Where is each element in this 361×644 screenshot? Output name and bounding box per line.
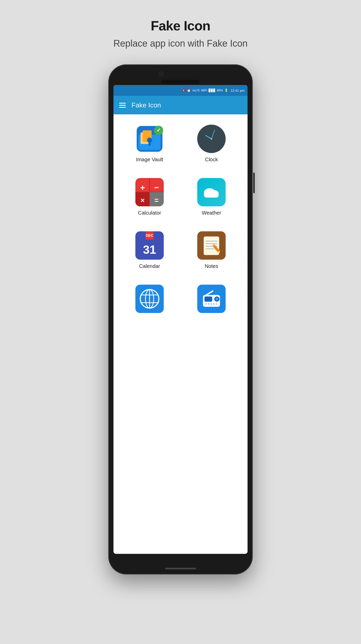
phone-home-bar bbox=[165, 568, 196, 569]
app-bar: Fake Icon bbox=[113, 96, 248, 114]
browser-icon bbox=[138, 287, 161, 310]
clock-hand-minute bbox=[211, 130, 215, 139]
alarm-icon: ⏰ bbox=[187, 89, 191, 92]
svg-text:×: × bbox=[141, 196, 145, 204]
status-bar: 🔇 ⏰ VoLTE WiFi ▊▊▊ 85% 🔋 12:41 pm bbox=[113, 85, 248, 96]
calculator-label: Calculator bbox=[138, 210, 161, 216]
status-icons: 🔇 ⏰ VoLTE WiFi ▊▊▊ 85% 🔋 12:41 pm bbox=[182, 89, 244, 92]
weather-label: Weather bbox=[202, 210, 221, 216]
calculator-icon-wrapper: + − × = bbox=[135, 178, 164, 206]
svg-text:−: − bbox=[154, 183, 159, 192]
image-vault-icon-wrapper: ✓ bbox=[135, 125, 164, 153]
list-item[interactable] bbox=[183, 285, 240, 317]
svg-rect-23 bbox=[204, 236, 219, 255]
svg-point-45 bbox=[213, 303, 215, 305]
battery-percent: 85% bbox=[217, 89, 223, 92]
content-area: ✓ Image Vault Clock bbox=[113, 114, 248, 554]
list-item[interactable]: ✓ Image Vault bbox=[121, 125, 178, 163]
svg-point-42 bbox=[205, 303, 207, 305]
radio-icon bbox=[200, 287, 223, 310]
clock-center-dot bbox=[211, 138, 212, 140]
weather-icon bbox=[200, 181, 223, 204]
list-item[interactable] bbox=[121, 285, 178, 317]
hamburger-line-3 bbox=[119, 107, 126, 108]
calendar-label: Calendar bbox=[139, 263, 160, 269]
svg-point-4 bbox=[147, 138, 152, 143]
svg-point-43 bbox=[208, 303, 209, 305]
clock-face bbox=[197, 125, 226, 153]
page-subtitle: Replace app icon with Fake Icon bbox=[113, 38, 248, 49]
phone-screen: 🔇 ⏰ VoLTE WiFi ▊▊▊ 85% 🔋 12:41 pm Fake I… bbox=[113, 85, 248, 554]
list-item[interactable]: Clock bbox=[183, 125, 240, 163]
notes-icon-wrapper bbox=[197, 231, 226, 260]
signal-bars: ▊▊▊ bbox=[209, 89, 216, 92]
image-vault-label: Image Vault bbox=[136, 157, 163, 163]
volume-button bbox=[253, 173, 255, 193]
volte-icon: VoLTE bbox=[192, 89, 200, 92]
app-bar-title: Fake Icon bbox=[132, 101, 161, 109]
image-vault-icon: ✓ bbox=[135, 125, 164, 153]
phone-speaker bbox=[161, 80, 200, 84]
phone-camera bbox=[159, 71, 164, 77]
weather-icon-wrapper bbox=[197, 178, 226, 206]
list-item[interactable]: Notes bbox=[183, 231, 240, 269]
svg-point-41 bbox=[216, 298, 218, 300]
notes-label: Notes bbox=[205, 263, 218, 269]
calendar-icon-wrapper: DEC 31 bbox=[135, 231, 164, 260]
hamburger-menu[interactable] bbox=[119, 103, 126, 108]
svg-line-38 bbox=[206, 291, 213, 295]
hamburger-line-2 bbox=[119, 105, 126, 106]
svg-text:✓: ✓ bbox=[157, 127, 161, 133]
wifi-icon: WiFi bbox=[201, 89, 207, 92]
list-item[interactable]: DEC 31 Calendar bbox=[121, 231, 178, 269]
mute-icon: 🔇 bbox=[182, 89, 186, 92]
calculator-icon: + − × = bbox=[135, 178, 164, 206]
svg-text:=: = bbox=[154, 196, 159, 204]
radio-icon-wrapper bbox=[197, 285, 226, 313]
browser-icon-wrapper bbox=[135, 285, 164, 313]
phone-frame: 🔇 ⏰ VoLTE WiFi ▊▊▊ 85% 🔋 12:41 pm Fake I… bbox=[108, 64, 253, 574]
clock-label: Clock bbox=[205, 157, 218, 163]
status-time: 12:41 pm bbox=[231, 89, 244, 92]
icon-grid: ✓ Image Vault Clock bbox=[121, 125, 240, 317]
svg-text:+: + bbox=[140, 183, 145, 192]
battery-icon: 🔋 bbox=[224, 89, 228, 92]
page-title: Fake Icon bbox=[151, 18, 210, 33]
hamburger-line-1 bbox=[119, 103, 126, 104]
notes-icon bbox=[200, 234, 223, 257]
list-item[interactable]: Weather bbox=[183, 178, 240, 216]
calendar-day: 31 bbox=[143, 240, 156, 260]
svg-point-44 bbox=[210, 303, 212, 305]
list-item[interactable]: + − × = bbox=[121, 178, 178, 216]
svg-rect-5 bbox=[149, 142, 151, 146]
svg-point-46 bbox=[216, 303, 217, 305]
calendar-month: DEC bbox=[146, 231, 153, 240]
clock-icon-wrapper bbox=[197, 125, 226, 153]
svg-rect-39 bbox=[204, 296, 212, 302]
